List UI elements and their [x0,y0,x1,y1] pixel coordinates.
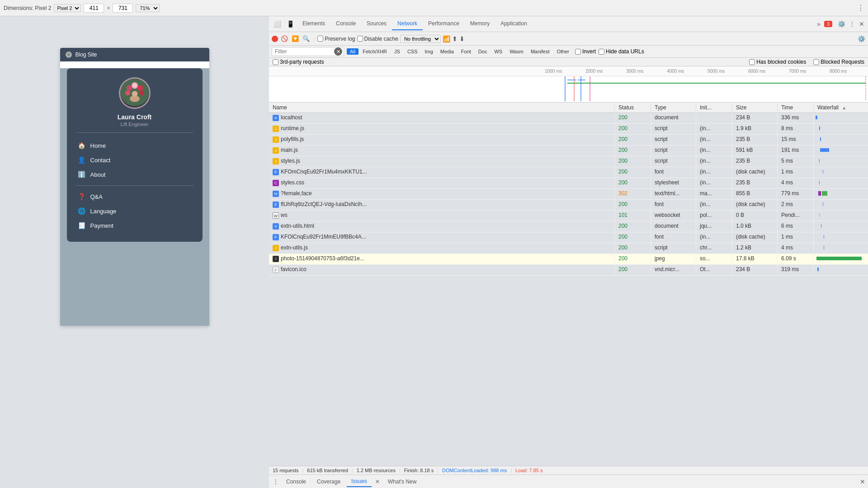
table-body: ≡localhost 200 document 234 B 336 ms Jru… [269,113,868,276]
svg-rect-31 [816,257,862,260]
svg-rect-24 [818,191,821,196]
disable-cache-checkbox[interactable]: Disable cache [357,36,398,42]
filter-doc-button[interactable]: Doc [475,48,491,55]
col-status[interactable]: Status [615,103,651,113]
bottom-tab-coverage[interactable]: Coverage [312,477,345,487]
tab-performance[interactable]: Performance [423,18,465,30]
close-window-button[interactable]: ✕ [66,52,72,58]
has-blocked-cookies-checkbox[interactable]: Has blocked cookies [749,59,806,65]
network-settings-button[interactable]: ⚙️ [858,35,865,42]
table-row[interactable]: Jextn-utils.js 200 script chr... 1.2 kB … [269,243,868,254]
devtools-close-button[interactable]: ✕ [857,19,866,29]
table-row[interactable]: FflUhRq6tzZclQEJ-Vdg-IuiaDsNcIh... 200 f… [269,200,868,211]
download-har-button[interactable]: ⬇ [459,35,465,42]
table-row[interactable]: ≡localhost 200 document 234 B 336 ms [269,113,868,124]
clear-button[interactable]: 🚫 [280,34,289,43]
preserve-log-checkbox[interactable]: Preserve log [317,36,355,42]
filter-css-button[interactable]: CSS [404,48,421,55]
third-party-checkbox[interactable]: 3rd-party requests [273,59,324,65]
load-time[interactable]: Load: 7.85 s [515,468,543,473]
filter-other-button[interactable]: Other [553,48,572,55]
svg-rect-28 [821,224,821,228]
devtools-more-button[interactable]: ⋮ [847,19,857,29]
table-row[interactable]: Iphoto-1514904870753-a6f3d21e... 200 jpe… [269,254,868,265]
table-row[interactable]: Jmain.js 200 script (in... 591 kB 191 ms [269,145,868,156]
hide-data-urls-checkbox[interactable]: Hide data URLs [599,48,644,55]
col-waterfall[interactable]: Waterfall ▲ [814,103,868,113]
devtools-settings-button[interactable]: ⚙️ [836,19,847,29]
wifi-profiles-button[interactable]: 📶 [443,35,450,42]
tab-sources[interactable]: Sources [361,18,392,30]
more-options-button[interactable]: ⋮ [857,4,864,12]
col-type[interactable]: Type [651,103,696,113]
filter-js-button[interactable]: JS [391,48,403,55]
table-row[interactable]: Cstyles.css 200 stylesheet (in... 235 B … [269,178,868,189]
bottom-tab-whatsnew[interactable]: What's New [383,477,421,487]
col-size[interactable]: Size [732,103,778,113]
filter-clear-button[interactable]: ✕ [334,47,342,56]
tab-network[interactable]: Network [392,18,423,30]
nav-item-payment[interactable]: 🧾 Payment [76,218,193,233]
bottom-tabs: ⋮ Console Coverage Issues ✕ What's New ✕ [269,474,868,488]
filter-fetchxhr-button[interactable]: Fetch/XHR [359,48,390,55]
tab-console[interactable]: Console [330,18,361,30]
nav-item-about[interactable]: ℹ️ About [76,167,193,182]
upload-har-button[interactable]: ⬆ [452,35,458,42]
file-type-icon: J [273,245,279,251]
record-button[interactable] [272,36,278,42]
bottom-tab-console[interactable]: Console [282,477,311,487]
nav-item-contact[interactable]: 👤 Contact [76,153,193,167]
col-name[interactable]: Name [269,103,615,113]
transferred-size: 615 kB transferred [307,468,348,473]
filter-ws-button[interactable]: WS [491,48,505,55]
nav-item-qa[interactable]: ❓ Q&A [76,189,193,204]
table-row[interactable]: FKFOlCnqEu92Fr1MmEU9fBBc4A... 200 font (… [269,232,868,243]
throttle-select[interactable]: No throttling [400,35,441,43]
blocked-requests-checkbox[interactable]: Blocked Requests [813,59,864,65]
more-tabs-button[interactable]: » [815,19,822,29]
col-time[interactable]: Time [778,103,814,113]
tab-elements[interactable]: Elements [297,18,330,30]
tab-memory[interactable]: Memory [465,18,495,30]
filter-all-button[interactable]: All [347,48,359,55]
tab-application[interactable]: Application [495,18,533,30]
filter-media-button[interactable]: Media [437,48,457,55]
bottom-tab-issues[interactable]: Issues [347,476,372,487]
filter-manifest-button[interactable]: Manifest [528,48,553,55]
table-row[interactable]: Jruntime.js 200 script (in... 1.9 kB 8 m… [269,124,868,135]
dimensions-select[interactable]: Pixel 2 [54,4,81,12]
invert-checkbox[interactable]: Invert [575,48,596,55]
filter-font-button[interactable]: Font [458,48,474,55]
dom-content-loaded[interactable]: DOMContentLoaded: 988 ms [442,468,507,473]
table-header: Name Status Type Init... Size Time Water… [269,103,868,113]
search-button[interactable]: 🔍 [302,34,311,43]
cursor-tool-button[interactable]: ⬜ [271,19,284,28]
table-row[interactable]: ≡extn-utils.html 200 document jqu... 1.0… [269,221,868,232]
file-type-icon: I [273,256,279,262]
table-row[interactable]: Jpolyfills.js 200 script (in... 235 B 15… [269,135,868,145]
filter-wasm-button[interactable]: Wasm [506,48,527,55]
svg-rect-19 [820,137,821,141]
table-row[interactable]: Wws 101 websocket pol... 0 B Pendi... [269,211,868,221]
contact-icon: 👤 [78,156,86,164]
svg-rect-32 [817,267,819,271]
device-toggle-button[interactable]: 📱 [284,19,297,28]
col-initiator[interactable]: Init... [696,103,732,113]
table-row[interactable]: H?female,face 302 text/html... ma... 855… [269,189,868,200]
table-row[interactable]: FKFOmCnqEu92Fr1Mu4mxKKTU1... 200 font (i… [269,167,868,178]
nav-item-home[interactable]: 🏠 Home [76,138,193,153]
close-devtools-bottom-button[interactable]: ✕ [860,478,865,485]
filter-img-button[interactable]: Img [422,48,436,55]
avatar [119,77,151,109]
width-input[interactable] [84,4,104,13]
close-issues-tab-button[interactable]: ✕ [373,478,382,486]
nav-item-language[interactable]: 🌐 Language [76,204,193,218]
height-input[interactable] [113,4,133,13]
table-row[interactable]: Ffavicon.ico 200 vnd.micr... Ot... 234 B… [269,265,868,276]
filter-input[interactable] [272,47,344,56]
bottom-menu-button[interactable]: ⋮ [272,477,280,486]
table-row[interactable]: Jstyles.js 200 script (in... 235 B 5 ms [269,156,868,167]
filter-button[interactable]: 🔽 [291,34,300,43]
zoom-select[interactable]: 71% [136,4,160,12]
timeline-ruler: 1000 ms 2000 ms 3000 ms 4000 ms 5000 ms … [269,66,868,76]
